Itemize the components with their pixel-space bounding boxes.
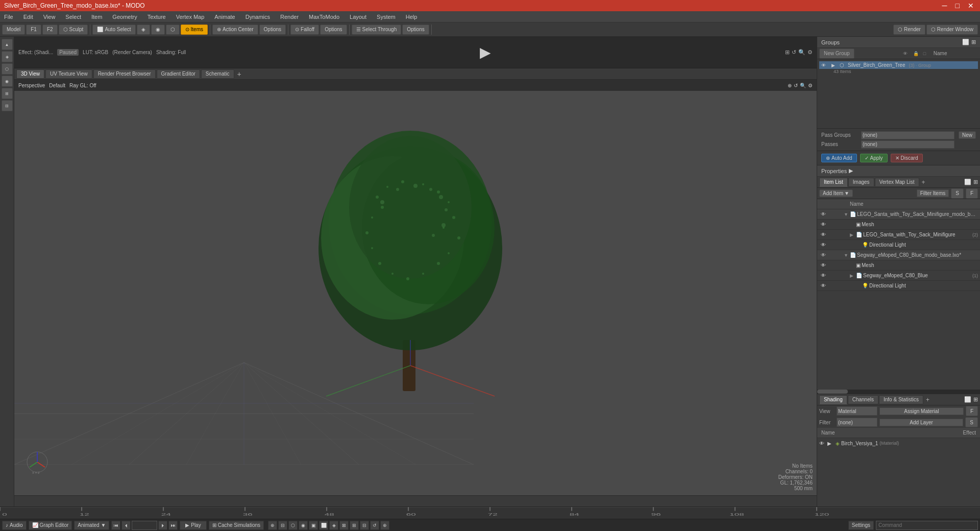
vp-tool-8[interactable]: ⊠ — [339, 521, 349, 530]
add-item-btn[interactable]: Add Item ▼ — [819, 189, 853, 197]
action-center-btn[interactable]: ⊕ Action Center — [212, 25, 258, 35]
transport-next-btn[interactable]: ⏵ — [158, 521, 167, 530]
maximize-btn[interactable]: □ — [953, 2, 962, 10]
menu-item-layout[interactable]: Layout — [348, 13, 369, 21]
left-tool-5[interactable]: ⊞ — [2, 88, 13, 99]
menu-item-dynamics[interactable]: Dynamics — [243, 13, 272, 21]
vp-orbit-btn[interactable]: ↺ — [794, 83, 798, 88]
add-shading-tab-btn[interactable]: + — [924, 396, 932, 403]
menu-item-select[interactable]: Select — [63, 13, 83, 21]
list-item[interactable]: 👁 ▼ 📄 LEGO_Santa_with_Toy_Sack_Minifigur… — [817, 209, 980, 220]
default-label[interactable]: Default — [49, 83, 65, 88]
vp-tool-4[interactable]: ◉ — [299, 521, 308, 530]
tab-channels[interactable]: Channels — [848, 395, 878, 404]
tab-schematic[interactable]: Schematic — [201, 69, 234, 79]
discard-btn[interactable]: ✕ Discard — [891, 154, 923, 162]
sculpt-btn[interactable]: ⬡ Sculpt — [59, 25, 88, 35]
vp-tool-6[interactable]: ⬜ — [319, 521, 328, 530]
preview-ctrl-3[interactable]: 🔍 — [798, 49, 805, 56]
transport-start-btn[interactable]: ⏮ — [111, 521, 120, 530]
menu-item-render[interactable]: Render — [278, 13, 301, 21]
options-btn[interactable]: Options — [259, 25, 286, 35]
pass-groups-select[interactable]: (none) — [861, 131, 954, 139]
tab-info-statistics[interactable]: Info & Statistics — [879, 395, 923, 404]
add-viewport-tab-btn[interactable]: + — [235, 70, 243, 78]
tab-3d-view[interactable]: 3D View — [16, 69, 44, 79]
preview-ctrl-2[interactable]: ↺ — [792, 49, 796, 56]
f1-btn[interactable]: F1 — [26, 25, 41, 35]
items-btn[interactable]: ⊙ Items — [181, 25, 208, 35]
preview-ctrl-1[interactable]: ⊞ — [785, 49, 790, 56]
shading-s-btn[interactable]: S — [965, 417, 978, 427]
shading-item-birch[interactable]: 👁 ▶ ◈ Birch_Versiya_1 (Material) — [817, 438, 980, 448]
list-item[interactable]: 👁 💡 Directional Light — [817, 240, 980, 250]
left-tool-2[interactable]: ◈ — [2, 51, 13, 62]
add-panel-tab-btn[interactable]: + — [920, 179, 927, 186]
animated-btn[interactable]: Animated ▼ — [74, 521, 109, 530]
f2-btn[interactable]: F2 — [42, 25, 58, 35]
ray-gl-label[interactable]: Ray GL: Off — [69, 83, 96, 88]
menu-item-geometry[interactable]: Geometry — [110, 13, 139, 21]
groups-expand-btn[interactable]: ⬜ — [962, 39, 969, 45]
minimize-btn[interactable]: ─ — [940, 2, 949, 10]
model-btn[interactable]: Model — [2, 25, 25, 35]
apply-btn[interactable]: ✓ Apply — [860, 154, 888, 162]
left-tool-4[interactable]: ◉ — [2, 76, 13, 87]
list-item[interactable]: 👁 ▶ 📄 LEGO_Santa_with_Toy_Sack_Minifigur… — [817, 230, 980, 240]
scrollbar-thumb[interactable] — [817, 390, 848, 394]
passes-select[interactable]: (none) — [861, 140, 954, 149]
menu-item-maxtomodo[interactable]: MaxToModo — [307, 13, 341, 21]
shading-settings-btn[interactable]: ⊞ — [973, 396, 978, 403]
shape-2-btn[interactable]: ◉ — [151, 25, 165, 35]
new-group-btn[interactable]: New Group — [819, 49, 854, 59]
vp-tool-12[interactable]: ⊕ — [380, 521, 389, 530]
frame-input[interactable]: 0 — [132, 521, 157, 530]
tab-render-preset[interactable]: Render Preset Browser — [93, 69, 156, 79]
left-tool-3[interactable]: ⬡ — [2, 63, 13, 75]
vp-tool-2[interactable]: ⊟ — [278, 521, 287, 530]
list-item[interactable]: 👁 ▼ 📄 Segway_eMoped_C80_Blue_modo_base.l… — [817, 250, 980, 260]
item-list-settings-btn[interactable]: ⊞ — [973, 179, 978, 185]
shading-expand-btn[interactable]: ⬜ — [964, 396, 971, 403]
menu-item-file[interactable]: File — [2, 13, 15, 21]
menu-item-system[interactable]: System — [375, 13, 398, 21]
item-list-scrollbar-h[interactable] — [817, 390, 980, 394]
falloff-btn[interactable]: ⊙ Falloff — [290, 25, 319, 35]
left-tool-1[interactable]: ▲ — [2, 39, 13, 50]
item-list-scroll[interactable]: 👁 ▼ 📄 LEGO_Santa_with_Toy_Sack_Minifigur… — [817, 209, 980, 390]
list-item[interactable]: 👁 ▣ Mesh — [817, 220, 980, 230]
render-window-btn[interactable]: ⬡ Render Window — [926, 25, 978, 35]
vp-tool-3[interactable]: ⬡ — [288, 521, 298, 530]
transport-end-btn[interactable]: ⏭ — [168, 521, 178, 530]
shape-1-btn[interactable]: ◈ — [137, 25, 150, 35]
menu-item-animate[interactable]: Animate — [212, 13, 237, 21]
shape-3-btn[interactable]: ⬡ — [166, 25, 180, 35]
assign-material-btn[interactable]: Assign Material — [879, 407, 964, 415]
list-item[interactable]: 👁 ▣ Mesh — [817, 260, 980, 271]
shading-list[interactable]: 👁 ▶ ◈ Birch_Versiya_1 (Material) — [817, 438, 980, 506]
item-expand-1[interactable]: ▼ — [844, 212, 850, 217]
tab-item-list[interactable]: Item List — [819, 178, 848, 187]
vp-tool-10[interactable]: ⊟ — [360, 521, 369, 530]
select-through-btn[interactable]: ☰ Select Through — [352, 25, 402, 35]
item-list-expand-btn[interactable]: ⬜ — [964, 179, 971, 185]
tab-images[interactable]: Images — [848, 178, 874, 187]
shading-expand-icon[interactable]: ▶ — [827, 441, 834, 446]
viewport-3d[interactable]: Perspective Default Ray GL: Off ⊕ ↺ 🔍 ⚙ — [14, 80, 817, 495]
vp-gizmo-btn[interactable]: ⊕ — [788, 83, 792, 88]
shading-f-btn[interactable]: F — [966, 406, 978, 416]
add-layer-btn[interactable]: Add Layer — [879, 419, 963, 426]
left-tool-6[interactable]: ⊟ — [2, 100, 13, 111]
list-item[interactable]: 👁 💡 Directional Light — [817, 281, 980, 291]
menu-item-texture[interactable]: Texture — [145, 13, 168, 21]
render-btn[interactable]: ⬡ Render — [893, 25, 925, 35]
auto-add-btn[interactable]: ⊕ Auto Add — [821, 154, 857, 162]
tab-uv-texture[interactable]: UV Texture View — [45, 69, 92, 79]
perspective-label[interactable]: Perspective — [18, 83, 45, 88]
vp-tool-1[interactable]: ⊕ — [268, 521, 277, 530]
item-expand-5[interactable]: ▼ — [844, 253, 850, 258]
preview-ctrl-4[interactable]: ⚙ — [807, 49, 813, 56]
command-input[interactable] — [876, 521, 978, 530]
close-btn[interactable]: ✕ — [966, 2, 976, 10]
tab-vertex-map-list[interactable]: Vertex Map List — [875, 178, 919, 187]
